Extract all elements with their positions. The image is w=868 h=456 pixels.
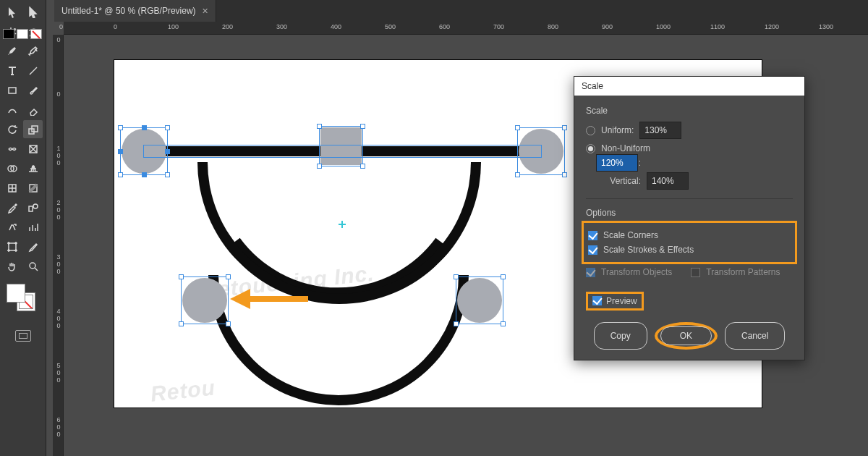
hand-tool[interactable]	[2, 257, 22, 275]
transform-patterns-label: Transform Patterns	[706, 267, 780, 277]
line-segment-tool[interactable]	[23, 62, 43, 80]
vertical-label: Vertical:	[596, 176, 641, 186]
scale-tool[interactable]	[23, 120, 43, 138]
perspective-grid-tool[interactable]	[23, 159, 43, 177]
uniform-radio[interactable]	[586, 126, 595, 135]
scale-strokes-label: Scale Strokes & Effects	[603, 245, 694, 255]
document-tab[interactable]: Untitled-1* @ 50 % (RGB/Preview) ✕	[54, 0, 216, 22]
scale-corners-label: Scale Corners	[603, 230, 658, 240]
scale-corners-checkbox[interactable]	[588, 231, 597, 240]
zoom-tool[interactable]	[23, 257, 43, 275]
dialog-title[interactable]: Scale	[574, 77, 804, 96]
selection-box[interactable]	[456, 276, 503, 324]
nonuniform-label: Non-Uniform	[601, 143, 650, 153]
transform-objects-checkbox	[586, 268, 595, 277]
ok-highlight: OK	[655, 322, 718, 350]
type-tool[interactable]	[2, 62, 22, 80]
scale-corners-row[interactable]: Scale Corners	[588, 230, 791, 240]
nonuniform-radio[interactable]	[586, 144, 595, 153]
eraser-tool[interactable]	[23, 101, 43, 119]
uniform-input[interactable]: 130%	[639, 122, 681, 139]
preview-checkbox[interactable]	[592, 296, 602, 305]
screen-mode-button[interactable]	[2, 330, 43, 342]
symbol-sprayer-tool[interactable]	[2, 218, 22, 236]
pen-tool[interactable]	[2, 42, 22, 60]
rotate-tool[interactable]	[2, 120, 22, 138]
fill-stroke-swatches[interactable]	[2, 282, 43, 314]
selection-tool[interactable]	[2, 3, 22, 21]
svg-rect-8	[29, 206, 33, 211]
options-highlight: Scale Corners Scale Strokes & Effects	[582, 221, 797, 264]
shaper-tool[interactable]	[2, 101, 22, 119]
selection-box[interactable]	[181, 276, 229, 324]
eyedropper-tool[interactable]	[2, 198, 22, 216]
ok-button[interactable]: OK	[660, 326, 712, 345]
preview-label: Preview	[606, 296, 637, 306]
scale-dialog: Scale Scale Uniform: 130% Non-Uniform Ho…	[574, 76, 805, 360]
shape-builder-tool[interactable]	[2, 159, 22, 177]
close-tab-icon[interactable]: ✕	[202, 7, 208, 16]
artboard-tool[interactable]	[2, 237, 22, 256]
scale-strokes-row[interactable]: Scale Strokes & Effects	[588, 245, 791, 255]
rectangle-tool[interactable]	[2, 81, 22, 99]
nonuniform-radio-row[interactable]: Non-Uniform	[586, 143, 793, 153]
ruler-horizontal[interactable]: 0010020030040050060070080090010001100120…	[64, 22, 868, 35]
document-tab-bar: Untitled-1* @ 50 % (RGB/Preview) ✕	[54, 0, 868, 22]
blend-tool[interactable]	[23, 198, 43, 216]
color-mode-swatches[interactable]	[3, 29, 42, 39]
direct-selection-tool[interactable]	[23, 3, 43, 21]
transform-origin-icon[interactable]	[339, 221, 346, 228]
width-tool[interactable]	[2, 140, 22, 158]
tools-panel	[0, 0, 46, 456]
copy-button[interactable]: Copy	[594, 322, 647, 350]
section-scale-label: Scale	[586, 106, 793, 116]
mesh-tool[interactable]	[2, 179, 22, 197]
curvature-tool[interactable]	[23, 42, 43, 60]
selection-box[interactable]	[143, 145, 542, 158]
svg-rect-10	[9, 243, 16, 250]
gradient-tool[interactable]	[23, 179, 43, 197]
uniform-radio-row[interactable]: Uniform: 130%	[586, 122, 793, 139]
uniform-label: Uniform:	[601, 125, 634, 135]
svg-rect-0	[9, 88, 16, 93]
cancel-button[interactable]: Cancel	[725, 322, 785, 350]
svg-point-9	[33, 204, 38, 208]
preview-highlight: Preview	[586, 292, 644, 311]
slice-tool[interactable]	[23, 237, 43, 256]
transform-patterns-checkbox	[691, 268, 700, 277]
column-graph-tool[interactable]	[23, 218, 43, 236]
svg-point-11	[30, 263, 35, 269]
free-transform-tool[interactable]	[23, 140, 43, 158]
horizontal-input[interactable]: 120%	[596, 154, 638, 172]
paintbrush-tool[interactable]	[23, 81, 43, 99]
vertical-input[interactable]: 140%	[647, 172, 689, 190]
scale-strokes-checkbox[interactable]	[588, 245, 597, 255]
section-options-label: Options	[586, 208, 793, 218]
transform-objects-label: Transform Objects	[601, 267, 672, 277]
document-tab-title: Untitled-1* @ 50 % (RGB/Preview)	[61, 6, 196, 16]
ruler-vertical[interactable]: 00100200300400500600700	[53, 35, 64, 456]
